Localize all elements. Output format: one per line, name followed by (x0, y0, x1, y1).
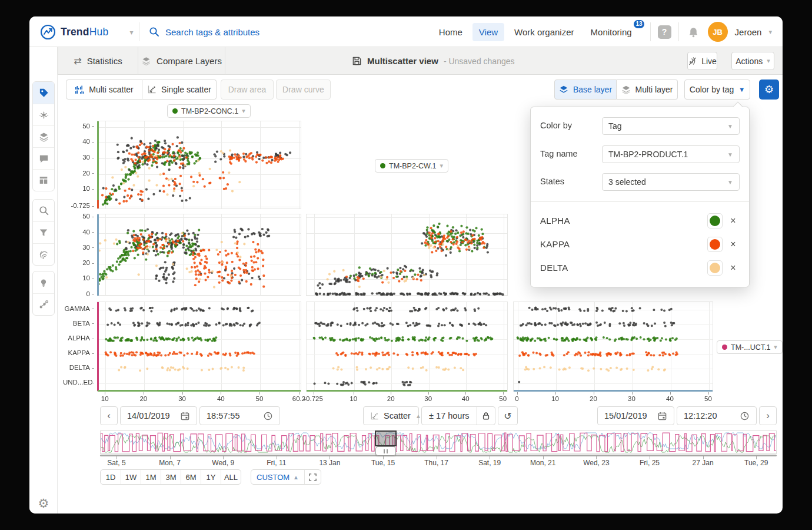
series-color-dot (380, 163, 385, 168)
sidebar-item-connections[interactable] (33, 293, 54, 315)
user-name: Jeroen (735, 27, 762, 37)
statistics-button[interactable]: ⇄ Statistics (58, 47, 138, 75)
lock-duration-button[interactable] (477, 411, 495, 420)
legend-chip-cw[interactable]: TM-BP2-CW.1 ▾ (375, 159, 448, 173)
timeline-selection-window[interactable] (375, 430, 397, 446)
end-date-input[interactable]: 15/01/2019 (597, 406, 674, 425)
strip-plot-product-vs-cw[interactable] (306, 302, 508, 392)
custom-zoom-group: CUSTOM ▲ (251, 469, 321, 485)
compare-layers-button[interactable]: Compare Layers (138, 47, 225, 75)
nav-item-work-organizer[interactable]: Work organizer (508, 23, 580, 41)
scatter-plot-cw-vs-conc[interactable] (97, 214, 301, 296)
shift-back-button[interactable]: ‹ (100, 406, 118, 425)
legend-chip-conc[interactable]: TM-BP2-CONC.1 ▾ (167, 104, 251, 118)
nav-item-monitoring[interactable]: Monitoring13 (584, 23, 638, 41)
timeline-pause-button[interactable] (375, 446, 396, 456)
multi-layer-button[interactable]: Multi layer (617, 80, 678, 100)
comments-icon (38, 153, 49, 164)
zoom-presets: 1D1W1M3M6M1YALL (100, 469, 241, 485)
chart-settings-button[interactable]: ⚙ (759, 80, 779, 100)
draw-area-button[interactable]: Draw area (221, 80, 274, 100)
shift-forward-button[interactable]: › (759, 406, 777, 425)
save-icon[interactable] (352, 56, 362, 66)
custom-caret-up-icon: ▲ (293, 474, 299, 481)
sidebar-item-fingerprint[interactable] (33, 243, 54, 265)
state-color-swatch[interactable] (707, 213, 723, 228)
states-select[interactable]: 3 selected▼ (602, 173, 740, 191)
state-color-swatch[interactable] (707, 237, 723, 252)
zoom-preset-1d[interactable]: 1D (101, 470, 121, 484)
multi-scatter-button[interactable]: Multi scatter (66, 80, 142, 100)
timeline-signals[interactable] (100, 430, 777, 454)
state-name: DELTA (540, 263, 568, 273)
fit-to-window-button[interactable] (304, 470, 321, 484)
sidebar-item-tag[interactable] (33, 82, 54, 104)
remove-state-icon[interactable]: × (727, 214, 739, 228)
context-timeline[interactable]: Sat, 5Mon, 7Wed, 9Fri, 1113 JanTue, 15Th… (100, 430, 777, 467)
custom-zoom-button[interactable]: CUSTOM ▲ (251, 473, 304, 482)
x-tick-label: 50 (247, 395, 272, 402)
x-tick-label: 10 (543, 395, 568, 402)
start-time-input[interactable]: 18:57:55 (199, 406, 280, 425)
navbar-divider (678, 22, 679, 41)
single-scatter-button[interactable]: Single scatter (142, 80, 217, 100)
timeline-date-label: Wed, 23 (570, 459, 623, 467)
zoom-preset-all[interactable]: ALL (221, 470, 241, 484)
user-menu-caret-icon[interactable]: ▾ (768, 28, 772, 36)
sidebar-item-formula[interactable] (33, 104, 54, 125)
nav-item-view[interactable]: View (472, 23, 504, 41)
sidebar-item-comments[interactable] (33, 147, 54, 169)
global-search[interactable]: Search tags & attributes (149, 16, 259, 47)
lock-icon (481, 411, 491, 420)
tag-name-select[interactable]: TM-BP2-PRODUCT.1▼ (602, 145, 740, 163)
remove-state-icon[interactable]: × (727, 261, 739, 275)
strip-plot-product[interactable] (513, 302, 713, 392)
zoom-preset-1y[interactable]: 1Y (201, 470, 221, 484)
base-layer-button[interactable]: Base layer (554, 80, 617, 100)
chart-mode-dropdown[interactable]: Scatter ▲ (363, 406, 419, 425)
layers-icon (141, 56, 151, 66)
y-category-label: BETA (63, 320, 90, 327)
scatter-plot-cw[interactable] (306, 214, 508, 296)
sidebar-group (32, 81, 55, 191)
y-category-label: DELTA (63, 364, 90, 371)
history-button[interactable]: ↺ (498, 406, 518, 425)
end-time-input[interactable]: 12:12:20 (677, 406, 757, 425)
chip-caret-icon: ▾ (440, 162, 444, 170)
y-tick-label: -0.725 (63, 202, 90, 209)
sidebar-item-filter[interactable] (33, 221, 54, 243)
actions-button[interactable]: Actions ▾ (731, 52, 774, 70)
settings-gear-icon[interactable]: ⚙ (29, 493, 58, 514)
color-by-select[interactable]: Tag▼ (602, 117, 740, 135)
zoom-preset-3m[interactable]: 3M (161, 470, 181, 484)
nav-item-home[interactable]: Home (432, 23, 469, 41)
sidebar-item-ideas[interactable] (33, 271, 54, 293)
time-window-value[interactable]: ± 17 hours (422, 411, 477, 420)
start-date-input[interactable]: 14/01/2019 (120, 406, 197, 425)
bell-icon[interactable] (686, 26, 701, 38)
series-color-dot (722, 344, 727, 350)
legend-chip-product[interactable]: TM-...UCT.1 ▾ (717, 340, 783, 354)
remove-state-icon[interactable]: × (727, 237, 739, 251)
draw-curve-button[interactable]: Draw curve (276, 80, 331, 100)
scatter-plot-conc[interactable] (97, 121, 301, 209)
sidebar-item-search[interactable] (33, 200, 54, 221)
help-icon[interactable]: ? (658, 25, 671, 39)
app-window: TrendHub ▾ Search tags & attributes Home… (29, 16, 783, 514)
state-color-swatch[interactable] (707, 260, 723, 276)
brand-caret-icon[interactable]: ▾ (129, 28, 133, 37)
avatar[interactable]: JB (708, 22, 728, 42)
zoom-preset-6m[interactable]: 6M (181, 470, 201, 484)
zoom-preset-1m[interactable]: 1M (141, 470, 161, 484)
x-tick-label: 40 (452, 395, 478, 402)
sidebar-item-dashboard[interactable] (33, 169, 54, 191)
y-tick-label: 20 (63, 259, 90, 266)
strip-plot-product-vs-conc[interactable] (97, 302, 301, 392)
sidebar-item-layers[interactable] (33, 125, 54, 147)
zoom-preset-1w[interactable]: 1W (121, 470, 141, 484)
trendhub-logo-icon (40, 24, 56, 40)
app-logo[interactable]: TrendHub ▾ (40, 24, 133, 40)
color-by-tag-button[interactable]: Color by tag ▼ (684, 80, 750, 100)
live-button[interactable]: Live (687, 52, 717, 70)
x-axis-line (98, 390, 301, 392)
